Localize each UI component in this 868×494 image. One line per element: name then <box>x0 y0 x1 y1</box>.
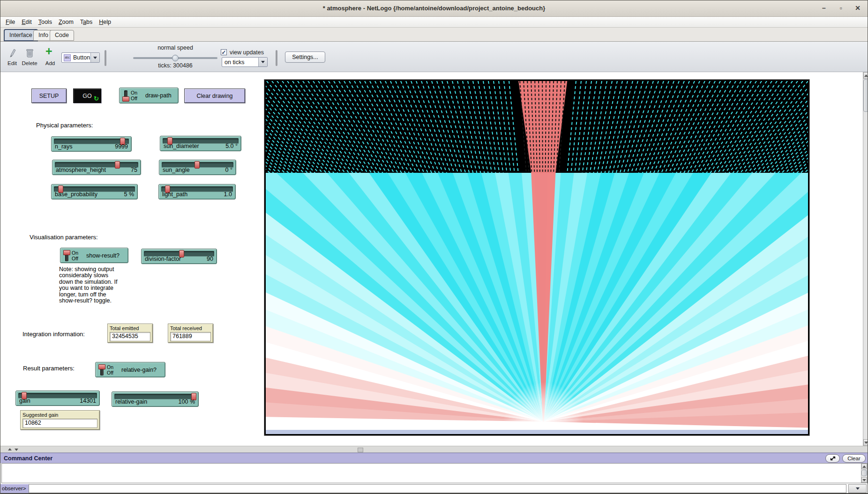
menu-help[interactable]: Help <box>96 19 114 25</box>
monitor-label: Suggested gain <box>22 412 97 418</box>
window-title: * atmosphere - NetLogo {/home/antoine/do… <box>0 5 868 12</box>
monitor-total-emitted: Total emitted 32454535 <box>107 324 153 343</box>
output-scrollbar[interactable] <box>861 464 867 483</box>
edit-pencil-icon[interactable] <box>8 48 16 59</box>
slider-value: 5 % <box>124 191 134 198</box>
speed-slider-label: normal speed <box>133 44 217 51</box>
scroll-up-icon[interactable] <box>863 72 868 79</box>
switch-on-off-labels: OnOff <box>131 90 137 101</box>
slider-sun-angle[interactable]: sun_angle0 ° <box>159 160 236 175</box>
ray-fan-visualization <box>266 81 808 434</box>
toolbar-separator <box>276 50 277 66</box>
observer-prompt[interactable]: observer> <box>0 484 29 493</box>
slider-base-probability[interactable]: base_probability5 % <box>51 184 138 199</box>
command-center-clear-button[interactable]: Clear <box>842 454 866 463</box>
clear-drawing-button[interactable]: Clear drawing <box>184 88 245 103</box>
menu-file[interactable]: File <box>2 19 18 25</box>
scroll-up-icon[interactable] <box>861 464 867 469</box>
view-updates-checkbox[interactable]: ✓ <box>221 49 227 55</box>
command-center-header: Command Center Clear <box>0 453 868 463</box>
add-tool-label[interactable]: Add <box>44 60 57 66</box>
splitter-collapse-down-icon[interactable] <box>15 449 18 451</box>
switch-label: relative-gain? <box>121 367 157 373</box>
view-updates-label: view updates <box>230 49 264 56</box>
switch-show-result[interactable]: OnOff show-result? <box>60 248 128 263</box>
maximize-button[interactable]: ▫ <box>837 3 845 13</box>
slider-value: 75 <box>131 167 137 173</box>
interface-vertical-scrollbar[interactable] <box>863 72 868 446</box>
monitor-label: Total received <box>170 325 211 331</box>
slider-value: 1.0 <box>224 191 232 198</box>
window-controls: – ▫ ✕ <box>820 3 862 13</box>
tab-row: Interface Info Code <box>0 28 868 42</box>
scrollbar-thumb[interactable] <box>861 470 867 476</box>
result-parameters-heading: Result parameters: <box>23 365 75 372</box>
command-input[interactable] <box>29 484 846 493</box>
command-center-splitter[interactable] <box>0 446 868 453</box>
update-mode-value: on ticks <box>222 59 258 66</box>
switch-lever[interactable] <box>63 250 70 262</box>
tab-code[interactable]: Code <box>50 30 74 41</box>
close-button[interactable]: ✕ <box>853 3 862 13</box>
go-button[interactable]: GO ↻ <box>73 88 101 103</box>
delete-tool-label[interactable]: Delete <box>20 60 39 66</box>
add-plus-icon[interactable]: + <box>45 44 52 58</box>
integration-information-heading: Integration information: <box>22 331 85 338</box>
slider-sun-diameter[interactable]: sun_diameter5.0 ° <box>160 136 241 151</box>
slider-name: light_path <box>162 191 187 198</box>
slider-gain[interactable]: gain14301 <box>15 391 100 406</box>
switch-lever[interactable] <box>98 364 105 376</box>
slider-n-rays[interactable]: n_rays9999 <box>51 136 132 152</box>
edit-tool-label[interactable]: Edit <box>3 60 21 66</box>
command-center-title: Command Center <box>4 455 52 462</box>
switch-relative-gain[interactable]: OnOff relative-gain? <box>95 362 165 377</box>
command-center-output <box>1 463 868 483</box>
menu-edit[interactable]: Edit <box>18 19 35 25</box>
slider-name: gain <box>19 398 30 404</box>
slider-name: atmosphere_height <box>56 167 106 173</box>
splitter-grip[interactable] <box>358 448 363 452</box>
monitor-value: 32454535 <box>110 332 150 341</box>
scroll-down-icon[interactable] <box>861 477 867 483</box>
monitor-suggested-gain: Suggested gain 10862 <box>20 410 100 430</box>
menu-bar: FileEditToolsZoomTabsHelp <box>0 17 868 28</box>
forever-refresh-icon: ↻ <box>94 95 99 102</box>
widget-type-dropdown[interactable]: abc Button <box>61 52 100 63</box>
slider-name: n_rays <box>55 143 73 150</box>
delete-trash-icon[interactable] <box>25 47 34 59</box>
switch-on-off-labels: OnOff <box>72 250 78 261</box>
update-mode-dropdown[interactable]: on ticks <box>222 57 268 67</box>
note-text: Note: showing output considerably slows … <box>59 266 134 304</box>
menu-tools[interactable]: Tools <box>35 19 55 25</box>
speed-slider-thumb[interactable] <box>172 55 179 61</box>
toolbar-separator <box>105 50 106 66</box>
slider-value: 9999 <box>115 143 128 150</box>
slider-atmosphere-height[interactable]: atmosphere_height75 <box>52 160 141 175</box>
slider-value: 100 % <box>179 398 195 405</box>
slider-value: 90 <box>207 256 213 262</box>
physical-parameters-heading: Physical parameters: <box>36 122 93 129</box>
splitter-collapse-up-icon[interactable] <box>8 448 12 450</box>
switch-draw-path[interactable]: OnOff draw-path <box>119 88 179 103</box>
button-widget-icon: abc <box>64 54 71 61</box>
minimize-button[interactable]: – <box>820 3 828 13</box>
scrollbar-thumb[interactable] <box>863 79 868 112</box>
setup-button[interactable]: SETUP <box>31 88 67 103</box>
menu-tabs[interactable]: Tabs <box>77 19 96 25</box>
slider-name: division-factor <box>145 256 181 262</box>
menu-zoom[interactable]: Zoom <box>55 19 77 25</box>
command-center-popout-button[interactable] <box>825 454 840 463</box>
slider-division-factor[interactable]: division-factor90 <box>141 249 217 264</box>
scroll-down-icon[interactable] <box>863 439 868 446</box>
settings-button[interactable]: Settings... <box>285 52 325 63</box>
switch-lever[interactable] <box>122 90 129 102</box>
go-button-label: GO <box>82 93 91 99</box>
slider-value: 14301 <box>80 398 96 404</box>
slider-relative-gain[interactable]: relative-gain100 % <box>112 391 199 407</box>
visualisation-parameters-heading: Visualisation parameters: <box>30 234 98 241</box>
slider-light-path[interactable]: light_path1.0 <box>158 184 236 199</box>
tab-interface[interactable]: Interface <box>4 29 38 41</box>
agent-type-dropdown[interactable] <box>848 484 867 493</box>
netlogo-window: * atmosphere - NetLogo {/home/antoine/do… <box>0 0 868 494</box>
expand-arrows-icon <box>830 456 836 461</box>
